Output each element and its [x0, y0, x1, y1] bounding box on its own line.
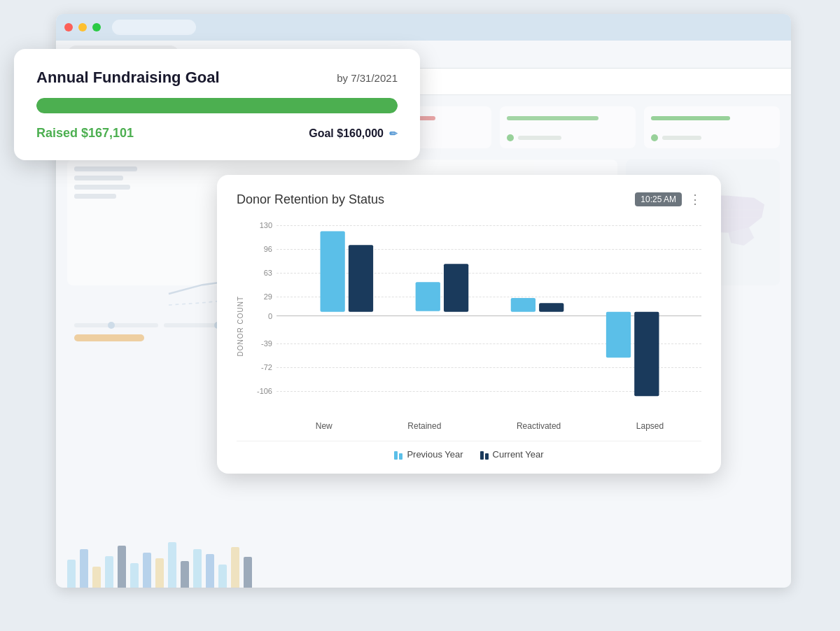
retention-time: 10:25 AM [635, 192, 682, 206]
metric-bar-5 [651, 116, 730, 120]
x-label-retained: Retained [407, 421, 441, 431]
y-label-29: 29 [250, 292, 272, 301]
fundraising-header: Annual Fundraising Goal by 7/31/2021 [36, 69, 398, 87]
curr-year-icon [480, 448, 489, 460]
bar-retained-curr [444, 264, 468, 312]
progress-bar-container [36, 98, 398, 113]
curr-year-label: Current Year [493, 449, 544, 460]
browser-titlebar [56, 14, 791, 41]
bar-retained-prev [416, 282, 440, 311]
bar-lapsed-curr [634, 312, 659, 396]
y-axis-label: DONOR COUNT [237, 296, 244, 357]
bottom-bar-area [56, 532, 791, 588]
goal-amount: Goal $160,000 ✏ [309, 127, 398, 140]
bar-chart-container: DONOR COUNT 130 96 63 [237, 221, 701, 431]
legend-curr-year: Current Year [480, 448, 544, 460]
browser-maximize-dot[interactable] [92, 23, 101, 31]
chart-inner: 130 96 63 29 0 [250, 221, 701, 431]
fundraising-date: by 7/31/2021 [337, 72, 398, 84]
bar-reactivated-curr [539, 303, 564, 311]
fundraising-card: Annual Fundraising Goal by 7/31/2021 Rai… [14, 49, 420, 160]
browser-close-dot[interactable] [64, 23, 73, 31]
metric-card-4 [500, 106, 636, 148]
more-options-icon[interactable]: ⋮ [689, 192, 701, 207]
bar-new-curr [349, 245, 373, 312]
fundraising-footer: Raised $167,101 Goal $160,000 ✏ [36, 126, 398, 141]
metric-card-5 [644, 106, 780, 148]
y-label-96: 96 [250, 245, 272, 253]
x-label-lapsed: Lapsed [636, 421, 664, 431]
bar-lapsed-prev [606, 312, 631, 357]
retention-title: Donor Retention by Status [237, 192, 384, 207]
metric-bar-4 [507, 116, 598, 120]
bars-svg [278, 221, 701, 410]
x-label-new: New [316, 421, 332, 431]
y-label-neg72: -72 [250, 363, 272, 371]
fundraising-title: Annual Fundraising Goal [36, 69, 220, 87]
legend-prev-year: Previous Year [394, 448, 463, 460]
edit-goal-icon[interactable]: ✏ [389, 128, 398, 139]
prev-year-label: Previous Year [407, 449, 463, 460]
x-label-reactivated: Reactivated [517, 421, 561, 431]
y-label-neg106: -106 [250, 387, 272, 395]
retention-meta: 10:25 AM ⋮ [635, 192, 701, 207]
x-axis-labels: New Retained Reactivated Lapsed [278, 421, 701, 431]
progress-bar-fill [36, 98, 398, 113]
metric-label-bar-5 [662, 136, 701, 140]
y-label-0: 0 [250, 312, 272, 320]
y-label-neg39: -39 [250, 339, 272, 348]
bar-new-prev [321, 232, 345, 312]
metric-dot-5 [651, 134, 658, 141]
prev-year-icon [394, 448, 402, 460]
metric-label-bar-4 [518, 136, 561, 140]
y-label-130: 130 [250, 221, 272, 229]
raised-amount: Raised $167,101 [36, 126, 134, 141]
browser-minimize-dot[interactable] [78, 23, 87, 31]
retention-header: Donor Retention by Status 10:25 AM ⋮ [237, 192, 701, 207]
retention-card: Donor Retention by Status 10:25 AM ⋮ DON… [217, 175, 721, 474]
y-label-63: 63 [250, 269, 272, 277]
browser-address-bar[interactable] [112, 20, 196, 35]
chart-legend: Previous Year Current Year [237, 441, 701, 460]
bar-reactivated-prev [511, 298, 536, 312]
metric-dot-4 [507, 134, 514, 141]
